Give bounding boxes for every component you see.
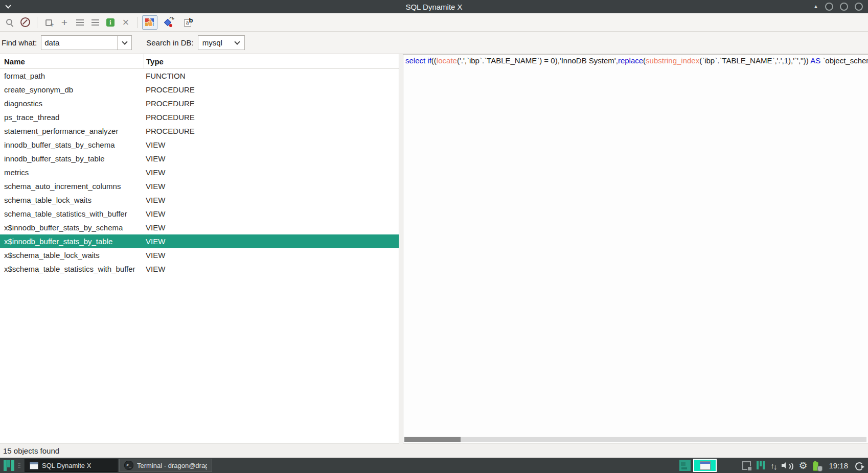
table-row[interactable]: format_path FUNCTION bbox=[0, 69, 399, 83]
table-row[interactable]: schema_table_lock_waits VIEW bbox=[0, 193, 399, 207]
app-menu-button[interactable] bbox=[0, 458, 17, 473]
workspace-2-active[interactable] bbox=[693, 459, 717, 472]
rename-button[interactable]: ab bbox=[181, 15, 196, 30]
sql-token: AS bbox=[810, 56, 820, 65]
window-icon bbox=[30, 462, 38, 469]
panel-grip[interactable] bbox=[18, 463, 20, 468]
find-dropdown-button[interactable] bbox=[117, 36, 131, 50]
sql-token: replace bbox=[618, 56, 643, 65]
row-object-name: statement_performance_analyzer bbox=[0, 127, 144, 135]
workspace-window-icon bbox=[700, 461, 711, 470]
taskbar-button-sql-dynamite[interactable]: SQL Dynamite X bbox=[25, 459, 118, 472]
sql-definition-pane[interactable]: select if((locate('.',`ibp`.`TABLE_NAME`… bbox=[403, 54, 868, 443]
database-combobox[interactable]: mysql bbox=[198, 35, 245, 50]
table-row[interactable]: x$innodb_buffer_stats_by_table VIEW bbox=[0, 234, 399, 248]
battery-icon[interactable] bbox=[813, 460, 821, 471]
object-browser-toggle-button[interactable] bbox=[142, 15, 157, 30]
row-object-name: schema_table_lock_waits bbox=[0, 196, 144, 204]
results-body: format_path FUNCTION create_synonym_db P… bbox=[0, 69, 399, 276]
taskbar-button-terminal[interactable]: >_ Terminal - dragon@dragon… bbox=[119, 459, 212, 472]
details-view-button[interactable] bbox=[87, 15, 103, 30]
manjaro-tray-icon[interactable] bbox=[757, 461, 765, 469]
system-tray: ↑↓ ⚙ 19:18 bbox=[742, 460, 864, 471]
toolbar-separator bbox=[138, 17, 138, 28]
list-view-button[interactable] bbox=[72, 15, 87, 30]
list-icon bbox=[76, 19, 84, 26]
db-dropdown-button[interactable] bbox=[231, 36, 244, 50]
settings-gear-icon[interactable]: ⚙ bbox=[798, 461, 807, 470]
task-label: Terminal - dragon@dragon… bbox=[137, 462, 207, 469]
desktop: SQL Dynamite X ▲ + + i × ↷ ab Find what: bbox=[0, 0, 868, 473]
row-object-type: VIEW bbox=[144, 140, 165, 149]
row-object-name: schema_auto_increment_columns bbox=[0, 182, 144, 191]
close-button[interactable] bbox=[855, 3, 863, 11]
sql-token: ('.',`ibp`.`TABLE_NAME`) = 0),'InnoDB Sy… bbox=[457, 56, 618, 65]
sql-token: substring_index bbox=[646, 56, 699, 65]
table-row[interactable]: innodb_buffer_stats_by_table VIEW bbox=[0, 152, 399, 165]
row-object-type: VIEW bbox=[144, 154, 165, 163]
row-object-type: PROCEDURE bbox=[144, 127, 195, 135]
find-what-input[interactable] bbox=[41, 38, 117, 47]
chevron-down-icon bbox=[235, 39, 240, 44]
table-row[interactable]: x$schema_table_statistics_with_buffer VI… bbox=[0, 262, 399, 276]
row-object-type: PROCEDURE bbox=[144, 99, 195, 108]
sql-token: (`ibp`.`TABLE_NAME`,'.',1),'`','')) bbox=[699, 56, 810, 65]
find-what-label: Find what: bbox=[2, 38, 37, 47]
database-value: mysql bbox=[198, 38, 231, 47]
table-row[interactable]: ps_trace_thread PROCEDURE bbox=[0, 110, 399, 124]
table-row[interactable]: metrics VIEW bbox=[0, 165, 399, 179]
row-object-type: VIEW bbox=[144, 251, 165, 259]
column-header-name[interactable]: Name bbox=[0, 54, 144, 68]
find-what-combobox[interactable] bbox=[41, 35, 132, 50]
table-row[interactable]: create_synonym_db PROCEDURE bbox=[0, 83, 399, 97]
row-object-type: VIEW bbox=[144, 196, 165, 204]
table-row[interactable]: x$schema_table_lock_waits VIEW bbox=[0, 248, 399, 262]
row-object-name: create_synonym_db bbox=[0, 85, 144, 94]
shade-icon[interactable]: ▲ bbox=[813, 4, 818, 9]
status-bar: 15 objects found bbox=[0, 443, 868, 458]
horizontal-scrollbar[interactable] bbox=[404, 437, 866, 442]
clipboard-icon[interactable] bbox=[742, 461, 751, 470]
new-window-icon: + bbox=[45, 18, 54, 27]
scrollbar-thumb[interactable] bbox=[404, 437, 461, 442]
table-row[interactable]: innodb_buffer_stats_by_schema VIEW bbox=[0, 138, 399, 152]
search-button[interactable] bbox=[2, 15, 17, 30]
clock[interactable]: 19:18 bbox=[829, 461, 848, 470]
status-text: 15 objects found bbox=[3, 446, 59, 455]
maximize-button[interactable] bbox=[840, 3, 848, 11]
volume-icon[interactable] bbox=[782, 461, 793, 469]
table-row[interactable]: diagnostics PROCEDURE bbox=[0, 97, 399, 110]
row-object-name: innodb_buffer_stats_by_schema bbox=[0, 140, 144, 149]
row-object-name: metrics bbox=[0, 168, 144, 177]
list-icon bbox=[92, 19, 99, 26]
row-object-name: diagnostics bbox=[0, 99, 144, 108]
diagram-button[interactable]: ↷ bbox=[162, 15, 177, 30]
row-object-type: PROCEDURE bbox=[144, 113, 195, 122]
results-pane: Name Type format_path FUNCTION create_sy… bbox=[0, 54, 399, 443]
minimize-button[interactable] bbox=[825, 3, 833, 11]
window-title: SQL Dynamite X bbox=[0, 3, 868, 11]
search-in-db-label: Search in DB: bbox=[146, 38, 194, 47]
info-button[interactable]: i bbox=[103, 15, 118, 30]
column-header-type[interactable]: Type bbox=[144, 57, 164, 66]
table-row[interactable]: statement_performance_analyzer PROCEDURE bbox=[0, 124, 399, 138]
stop-button[interactable] bbox=[17, 15, 33, 30]
row-object-name: x$schema_table_statistics_with_buffer bbox=[0, 265, 144, 273]
close-search-button[interactable]: × bbox=[118, 15, 133, 30]
row-object-name: ps_trace_thread bbox=[0, 113, 144, 122]
workspace-1[interactable] bbox=[679, 460, 691, 471]
table-row[interactable]: schema_auto_increment_columns VIEW bbox=[0, 179, 399, 193]
workspace-switcher bbox=[679, 459, 717, 472]
add-button[interactable]: + bbox=[57, 15, 72, 30]
network-icon[interactable]: ↑↓ bbox=[770, 461, 776, 470]
manjaro-logo-icon bbox=[4, 460, 14, 471]
row-object-type: VIEW bbox=[144, 265, 165, 273]
new-window-button[interactable]: + bbox=[41, 15, 57, 30]
object-browser-icon bbox=[145, 18, 154, 27]
table-row[interactable]: schema_table_statistics_with_buffer VIEW bbox=[0, 207, 399, 221]
logout-icon[interactable] bbox=[855, 461, 864, 470]
search-icon bbox=[6, 18, 14, 27]
titlebar: SQL Dynamite X ▲ bbox=[0, 0, 868, 13]
table-row[interactable]: x$innodb_buffer_stats_by_schema VIEW bbox=[0, 221, 399, 234]
plus-icon: + bbox=[61, 18, 67, 27]
